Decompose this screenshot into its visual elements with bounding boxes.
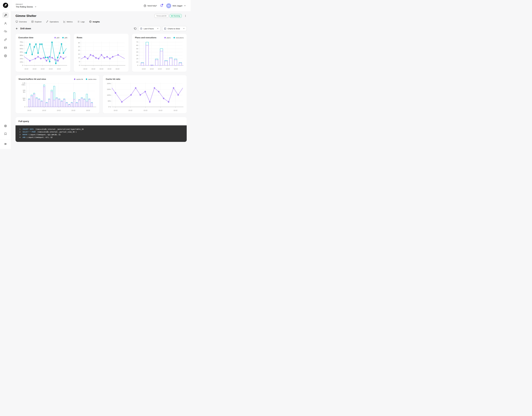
svg-text:13:22: 13:22 — [115, 68, 119, 70]
cloud-upload-icon — [4, 30, 7, 33]
gauge-icon — [89, 20, 92, 23]
charts-to-show-value: Charts to show — [168, 28, 180, 30]
svg-text:15: 15 — [78, 53, 80, 55]
svg-text:13:22: 13:22 — [173, 110, 177, 111]
svg-text:300s: 300s — [20, 55, 23, 56]
top-bar: PROJECT The Rolling Stones Need help? MJ — [11, 0, 191, 12]
sidebar-item-integrations[interactable] — [2, 37, 9, 42]
sidebar-item-services[interactable] — [2, 12, 9, 18]
svg-text:50: 50 — [136, 48, 138, 50]
legend-item: executions — [173, 37, 184, 39]
tab-operations[interactable]: Operations — [46, 20, 59, 23]
sidebar-item-settings[interactable] — [2, 53, 9, 59]
line-number: 1 — [16, 128, 20, 131]
svg-text:600s: 600s — [20, 45, 23, 46]
time-range-select[interactable]: Last 6 hours — [138, 26, 161, 31]
shared-buffers-chart: 0500B/s100B/s1.46KiB/s13:2213:2213:2213:… — [18, 81, 97, 112]
kebab-icon — [184, 14, 187, 17]
tab-label: Overview — [19, 21, 27, 23]
tab-insights[interactable]: Insights — [89, 20, 100, 23]
content: Gimme Shelter TimescaleDB Running Overvi… — [11, 12, 191, 149]
svg-text:13:22: 13:22 — [86, 110, 90, 111]
line-number: 4 — [16, 136, 20, 139]
chevron-down-icon — [183, 28, 185, 29]
svg-text:700s: 700s — [20, 41, 23, 43]
tab-label: Logs — [81, 21, 85, 23]
need-help-label: Need help? — [147, 5, 157, 7]
legend-item: plans — [164, 37, 171, 39]
code-text: WHERE i.&quot;time&quot; &gt;&#x3D; $1 — [20, 133, 61, 136]
svg-text:500s: 500s — [20, 48, 23, 50]
svg-text:13:22: 13:22 — [114, 110, 117, 111]
sidebar-item-import[interactable] — [2, 28, 9, 34]
svg-text:13:22: 13:22 — [49, 68, 53, 70]
svg-text:KiB/s: KiB/s — [22, 84, 25, 86]
code-text: SELECT * FROM _timescaledb_internal._par… — [20, 131, 76, 133]
svg-text:40: 40 — [136, 51, 138, 53]
credit-card-icon — [4, 46, 7, 49]
svg-text:0: 0 — [22, 65, 23, 66]
cache-hit-ratio-card: Cache hit ratio 0 %50%100%150%200%13:221… — [103, 75, 187, 113]
code-text: INSERT INTO _timescaledb_internal._mater… — [20, 128, 84, 131]
pipe-wrench-icon — [46, 20, 48, 23]
sidebar-item-bookmarks[interactable] — [2, 131, 9, 137]
code-text: AND i.&quot;time&quot; &lt; $2 — [20, 136, 53, 139]
svg-text:60: 60 — [136, 45, 138, 46]
main-column: PROJECT The Rolling Stones Need help? MJ — [11, 0, 191, 149]
svg-text:13:22: 13:22 — [32, 68, 36, 70]
tab-overview[interactable]: Overview — [16, 20, 27, 23]
project-selector[interactable]: PROJECT The Rolling Stones — [16, 4, 37, 8]
arrow-left-icon — [16, 27, 18, 30]
svg-text:13:22: 13:22 — [158, 68, 162, 70]
columns-icon — [164, 28, 166, 30]
svg-text:13:22: 13:22 — [83, 68, 87, 70]
code-line: 3 WHERE i.&quot;time&quot; &gt;&#x3D; $1 — [16, 133, 187, 136]
wrench-icon — [4, 14, 7, 17]
app-root: PROJECT The Rolling Stones Need help? MJ — [0, 0, 191, 149]
more-options-button[interactable] — [184, 14, 187, 17]
sidebar-item-support[interactable] — [2, 123, 9, 129]
sidebar-expand-button[interactable] — [2, 141, 9, 147]
legend-dot — [173, 37, 175, 38]
charts-to-show-select[interactable]: Charts to show — [162, 26, 187, 31]
back-button[interactable] — [16, 27, 18, 30]
legend-dot — [86, 78, 87, 80]
reset-zoom-button[interactable] — [134, 27, 137, 30]
code-line: 2 SELECT * FROM _timescaledb_internal._p… — [16, 131, 187, 133]
svg-text:100: 100 — [23, 90, 25, 91]
rows-card: Rows 05101520253013:2213:2213:2213:2213:… — [74, 34, 129, 72]
gear-icon — [4, 54, 7, 57]
help-circle-icon — [143, 4, 146, 7]
svg-text:13:22: 13:22 — [57, 110, 61, 111]
history-clock-icon — [140, 28, 142, 30]
user-menu[interactable]: MJ Mick Jagger — [166, 3, 186, 8]
tab-explorer[interactable]: Explorer — [31, 20, 42, 23]
svg-text:70: 70 — [136, 41, 138, 43]
chart-legend: cache hit cache miss — [74, 78, 96, 80]
sql-code-block: 1 INSERT INTO _timescaledb_internal._mat… — [16, 125, 187, 142]
svg-text:30: 30 — [78, 42, 80, 44]
status-badge[interactable]: Running — [170, 14, 182, 18]
shared-buffers-card: Shared buffers hit and miss cache hit ca… — [16, 75, 99, 113]
tab-metrics[interactable]: Metrics — [63, 20, 73, 23]
need-help-button[interactable]: Need help? — [143, 4, 157, 7]
user-icon — [4, 22, 7, 25]
status-label: Running — [173, 15, 180, 17]
sidebar-item-users[interactable] — [2, 20, 9, 26]
timescale-logo[interactable] — [3, 3, 8, 8]
chart-title: Execution time — [19, 37, 33, 39]
svg-text:13:22: 13:22 — [91, 68, 95, 70]
chart-legend: p50 p95 — [54, 37, 67, 39]
full-query-card: Full query 1 INSERT INTO _timescaledb_in… — [16, 117, 187, 142]
time-range-value: Last 6 hours — [143, 28, 154, 30]
svg-text:25: 25 — [78, 46, 80, 47]
svg-text:13:22: 13:22 — [150, 68, 154, 70]
drill-down-title: Drill down — [20, 27, 31, 30]
notifications-button[interactable] — [160, 4, 163, 8]
bookmark-icon — [4, 132, 7, 135]
svg-text:10: 10 — [78, 57, 80, 59]
tab-logs[interactable]: Logs — [77, 20, 85, 23]
notification-dot — [162, 4, 163, 5]
cache-hit-ratio-chart: 0 %50%100%150%200%13:2213:2213:2213:2213… — [105, 81, 184, 112]
sidebar-item-billing[interactable] — [2, 45, 9, 50]
